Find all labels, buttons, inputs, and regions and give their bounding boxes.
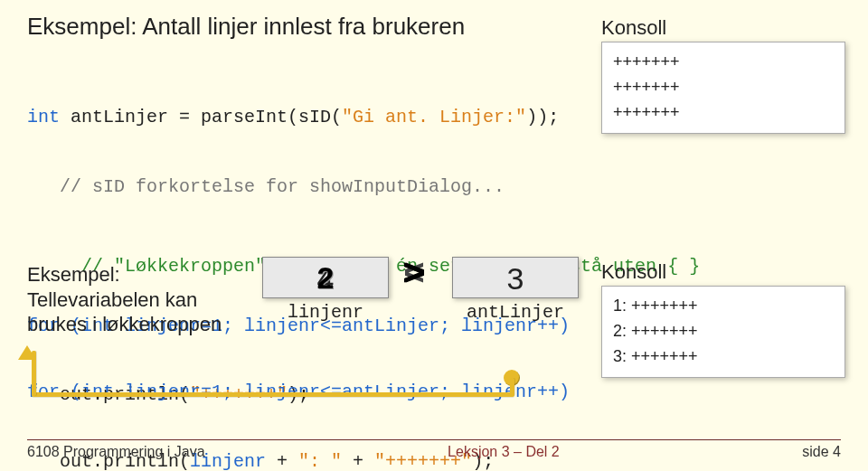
console-line: +++++++ bbox=[613, 50, 834, 75]
footer-center: Leksjon 3 – Del 2 bbox=[448, 444, 560, 460]
console-line: 3: +++++++ bbox=[613, 344, 834, 370]
console-output-2: Konsoll 1: +++++++ 2: +++++++ 3: +++++++ bbox=[601, 260, 845, 378]
diagram-label: antLinjer bbox=[452, 302, 579, 323]
kw: int bbox=[27, 107, 71, 127]
diagram-box: 4 2 bbox=[262, 257, 389, 298]
console-box: 1: +++++++ 2: +++++++ 3: +++++++ bbox=[601, 286, 845, 378]
console-box: +++++++ +++++++ +++++++ bbox=[601, 42, 845, 134]
diagram-label: linjenr bbox=[262, 302, 389, 323]
diagram-op-overlay: > bbox=[403, 255, 425, 296]
code: antLinjer = parseInt(sID( bbox=[71, 107, 342, 127]
arrow-segment bbox=[32, 392, 514, 397]
console-line: +++++++ bbox=[613, 75, 834, 100]
slide-footer: 6108 Programmering i Java Leksjon 3 – De… bbox=[27, 439, 841, 460]
subtitle-line: brukes i løkkekroppen bbox=[27, 312, 222, 337]
console-line: 2: +++++++ bbox=[613, 319, 834, 344]
code: )); bbox=[526, 107, 559, 127]
console-label: Konsoll bbox=[601, 260, 845, 284]
subtitle-line: Eksempel: bbox=[27, 262, 222, 287]
page-title: Eksempel: Antall linjer innlest fra bruk… bbox=[27, 13, 465, 41]
diagram-cell-antlinjer: 3 antLinjer bbox=[452, 257, 579, 323]
footer-right: side 4 bbox=[802, 444, 841, 460]
str: "Gi ant. Linjer:" bbox=[342, 107, 526, 127]
diagram-overlay-value: 2 bbox=[262, 257, 389, 298]
console-label: Konsoll bbox=[601, 16, 845, 40]
footer-left: 6108 Programmering i Java bbox=[27, 444, 205, 460]
arrow-head bbox=[18, 345, 36, 360]
example-subtitle: Eksempel: Tellevariabelen kan brukes i l… bbox=[27, 262, 222, 337]
subtitle-line: Tellevariabelen kan bbox=[27, 287, 222, 313]
console-output-1: Konsoll +++++++ +++++++ +++++++ bbox=[601, 16, 845, 134]
console-line: +++++++ bbox=[613, 100, 834, 126]
diagram-box: 3 bbox=[452, 257, 579, 298]
console-line: 1: +++++++ bbox=[613, 294, 834, 319]
comment: // sID forkortelse for showInputDialog..… bbox=[27, 176, 505, 197]
diagram-cell-linjenr: 4 2 linjenr bbox=[262, 257, 389, 323]
